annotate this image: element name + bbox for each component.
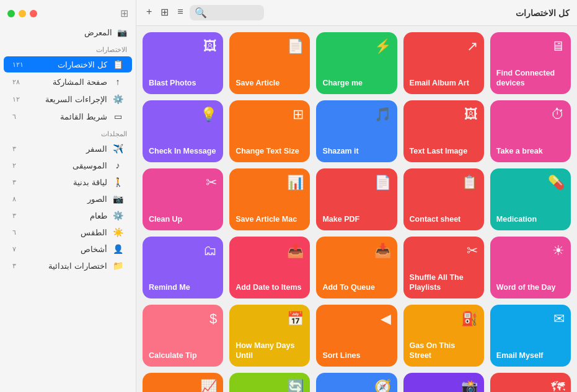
shortcut-card-make-pdf[interactable]: 📄 Make PDF	[316, 168, 397, 230]
text-last-image-label: Text Last Image	[410, 146, 468, 156]
shortcut-card-place-to-eat[interactable]: 🗺 Place To Eat	[490, 373, 571, 392]
calculate-tip-label: Calculate Tip	[149, 351, 197, 360]
shortcut-card-shazam-it[interactable]: 🎵 Shazam it	[316, 100, 397, 162]
folders-section-header: المجلدات	[0, 125, 136, 140]
shared-icon: ↑	[112, 77, 123, 87]
screenshots-icon: 📸	[461, 379, 478, 392]
shortcut-card-screenshots[interactable]: 📸 Screenshots	[403, 373, 484, 392]
shortcut-card-word-of-day[interactable]: ☀ Word of the Day	[490, 237, 571, 298]
email-myself-icon: ✉	[553, 311, 565, 327]
shortcut-card-change-text-size[interactable]: ⊞ Change Text Size	[229, 100, 310, 162]
shortcut-card-find-connected[interactable]: 🖥 Find Connected devices	[490, 32, 571, 94]
shortcut-card-how-many-days[interactable]: 📅 How Many Days Until	[229, 305, 310, 367]
sidebar-toggle-icon[interactable]: ⊞	[120, 7, 128, 19]
remind-me-label: Remind Me	[149, 282, 190, 292]
search-input[interactable]	[209, 9, 259, 17]
shortcut-card-remind-me[interactable]: 🗂 Remind Me	[143, 237, 223, 298]
shortcut-card-add-to-queue[interactable]: 📥 Add To Queue	[316, 237, 397, 298]
menubar-badge: ٦	[12, 113, 16, 121]
travel-badge: ٣	[12, 145, 16, 153]
menubar-label: شريط القائمة	[60, 112, 107, 121]
take-a-break-label: Take a break	[496, 146, 543, 156]
photos-label: الصور	[87, 194, 107, 204]
photos-icon: 📷	[112, 194, 123, 204]
food-label: طعام	[90, 211, 107, 220]
shared-label: صفحة المشاركة	[53, 77, 107, 87]
shortcut-card-gas-on-street[interactable]: ⛽ Gas On This Street	[403, 305, 484, 367]
sidebar-item-food[interactable]: ⚙️ طعام ٣	[4, 207, 132, 224]
save-article-mac-icon: 📊	[287, 175, 304, 191]
quick-label: الإجراءات السريعة	[45, 95, 107, 104]
gas-on-street-icon: ⛽	[461, 311, 478, 327]
shortcut-card-clean-up[interactable]: ✂ Clean Up	[143, 168, 223, 230]
content-graph-icon: 📈	[200, 379, 217, 392]
add-to-queue-label: Add To Queue	[322, 282, 375, 292]
shortcut-card-charge-me[interactable]: ⚡ Charge me	[316, 32, 397, 94]
shortcut-card-email-myself[interactable]: ✉ Email Myself	[490, 305, 571, 367]
shortcut-card-infinite-loop[interactable]: 🔄 Infinite Loop	[229, 373, 310, 392]
shortcut-card-calculate-tip[interactable]: $ Calculate Tip	[143, 305, 223, 367]
find-connected-icon: 🖥	[551, 38, 565, 54]
sidebar-item-gallery[interactable]: 📷 المعرض	[0, 24, 136, 41]
shortcut-card-take-a-break[interactable]: ⏱ Take a break	[490, 100, 571, 162]
calculate-tip-icon: $	[209, 311, 217, 327]
location-mother-icon: 🧭	[374, 379, 391, 392]
menubar-icon: ▭	[112, 111, 123, 121]
shortcut-card-check-in[interactable]: 💡 Check In Message	[143, 100, 223, 162]
sidebar-item-fitness[interactable]: 🚶 لياقة بدنية ٣	[4, 174, 132, 190]
sidebar-item-all[interactable]: 📋 كل الاختصارات ١٢١	[4, 56, 132, 72]
word-of-day-icon: ☀	[552, 243, 565, 259]
shortcut-card-save-article-mac[interactable]: 📊 Save Article Mac	[229, 168, 310, 230]
email-album-art-label: Email Album Art	[410, 78, 469, 88]
shortcut-card-shuffle-playlists[interactable]: ✂ Shuffle All The Playlists	[403, 237, 484, 298]
all-shortcuts-icon: 📋	[112, 59, 123, 69]
toolbar: كل الاختصارات + ⊞ ≡ 🔍	[136, 0, 577, 26]
starter-icon: 📁	[112, 261, 123, 271]
sidebar-item-travel[interactable]: ✈️ السفر ٣	[4, 141, 132, 157]
close-button[interactable]	[30, 10, 37, 17]
shortcut-card-contact-sheet[interactable]: 📋 Contact sheet	[403, 168, 484, 230]
search-icon: 🔍	[195, 7, 207, 19]
sidebar-item-shared[interactable]: ↑ صفحة المشاركة ٢٨	[4, 74, 132, 90]
all-shortcuts-badge: ١٢١	[12, 61, 24, 69]
shortcut-card-email-album-art[interactable]: ↗ Email Album Art	[403, 32, 484, 94]
add-button[interactable]: +	[144, 5, 154, 20]
shortcut-card-location-mother[interactable]: 🧭 Location to Mother	[316, 373, 397, 392]
minimize-button[interactable]	[19, 10, 26, 17]
shortcut-card-add-date-items[interactable]: 📤 Add Date to Items	[229, 237, 310, 298]
shortcut-card-content-graph[interactable]: 📈 Content Graph	[143, 373, 223, 392]
grid-view-icon[interactable]: ⊞	[158, 5, 171, 20]
list-view-icon[interactable]: ≡	[175, 5, 185, 20]
music-label: الموسيقى	[73, 161, 107, 170]
sidebar-item-weather[interactable]: ☀️ الطقس ٦	[4, 224, 132, 240]
sidebar-item-menubar[interactable]: ▭ شريط القائمة ٦	[4, 108, 132, 124]
shortcut-card-medication[interactable]: 💊 Medication	[490, 168, 571, 230]
shortcut-card-sort-lines[interactable]: ◀ Sort Lines	[316, 305, 397, 367]
shortcuts-grid-area: 🖼 Blast Photos 📄 Save Article ⚡ Charge m…	[136, 26, 577, 392]
shortcut-card-blast-photos[interactable]: 🖼 Blast Photos	[143, 32, 223, 94]
email-myself-label: Email Myself	[496, 351, 544, 360]
shortcuts-grid: 🖼 Blast Photos 📄 Save Article ⚡ Charge m…	[143, 32, 571, 392]
shortcut-card-text-last-image[interactable]: 🖼 Text Last Image	[403, 100, 484, 162]
shared-badge: ٢٨	[12, 78, 20, 86]
word-of-day-label: Word of the Day	[496, 282, 556, 292]
maximize-button[interactable]	[7, 10, 15, 17]
sidebar-item-people[interactable]: 👤 أشخاص ٧	[4, 241, 132, 257]
sidebar-item-music[interactable]: ♪ الموسيقى ٢	[4, 157, 132, 173]
sort-lines-label: Sort Lines	[322, 351, 360, 360]
remind-me-icon: 🗂	[203, 243, 217, 259]
take-a-break-icon: ⏱	[551, 107, 565, 123]
toolbar-icons: + ⊞ ≡ 🔍	[144, 5, 264, 20]
food-icon: ⚙️	[112, 211, 123, 220]
make-pdf-icon: 📄	[374, 175, 391, 191]
search-box[interactable]: 🔍	[190, 5, 264, 20]
sidebar-item-starter[interactable]: 📁 اختصارات ابتدائية ٣	[4, 258, 132, 274]
sidebar-item-photos[interactable]: 📷 الصور ٨	[4, 191, 132, 207]
travel-icon: ✈️	[112, 144, 123, 154]
quick-icon: ⚙️	[112, 94, 123, 104]
photos-badge: ٨	[12, 195, 16, 203]
weather-icon: ☀️	[112, 227, 123, 237]
sidebar-item-quick[interactable]: ⚙️ الإجراءات السريعة ١٢	[4, 91, 132, 107]
shortcut-card-save-article[interactable]: 📄 Save Article	[229, 32, 310, 94]
travel-label: السفر	[86, 144, 107, 154]
